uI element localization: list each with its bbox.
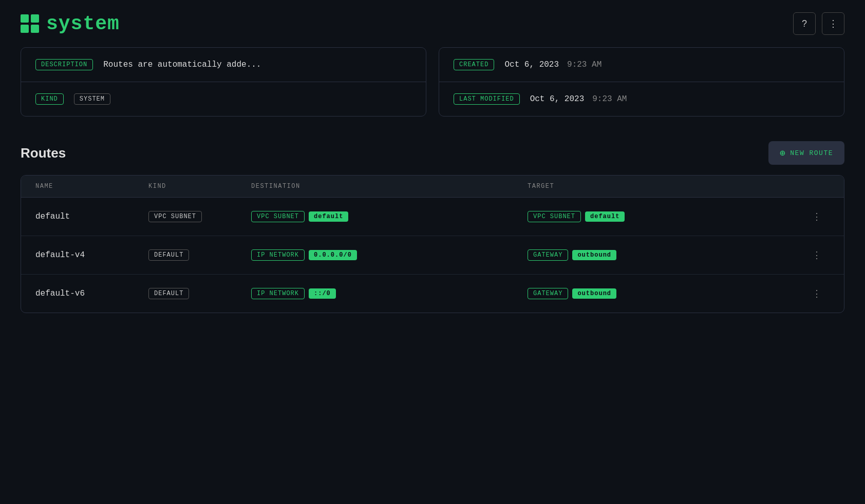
row-dest-v6: IP NETWORK ::/0 — [251, 288, 528, 299]
header: system ? ⋮ — [0, 0, 865, 47]
routes-table: NAME KIND DESTINATION TARGET default VPC… — [21, 175, 844, 313]
created-datetime: Oct 6, 2023 9:23 AM — [504, 60, 601, 69]
kind-label: KIND — [35, 93, 64, 105]
dest-type-v6: IP NETWORK — [251, 288, 305, 299]
target-type-default: VPC SUBNET — [528, 211, 581, 222]
plus-icon: ⊕ — [780, 147, 786, 159]
info-card-left: DESCRIPTION Routes are automatically add… — [21, 47, 426, 117]
row-name-v4: default-v4 — [35, 250, 148, 260]
modified-label: LAST MODIFIED — [454, 93, 520, 105]
row-kind-v4: DEFAULT — [148, 249, 251, 261]
dest-val-v6: ::/0 — [309, 288, 336, 299]
new-route-label: NEW ROUTE — [790, 149, 833, 157]
table-row: default VPC SUBNET VPC SUBNET default VP… — [21, 198, 844, 236]
table-row: default-v6 DEFAULT IP NETWORK ::/0 GATEW… — [21, 275, 844, 313]
row-menu-v4[interactable]: ⋮ — [804, 247, 830, 263]
row-menu-default[interactable]: ⋮ — [804, 209, 830, 224]
row-name-v6: default-v6 — [35, 289, 148, 298]
target-val-v6: outbound — [572, 288, 616, 299]
table-row: default-v4 DEFAULT IP NETWORK 0.0.0.0/0 … — [21, 236, 844, 275]
modified-time: 9:23 AM — [592, 94, 627, 104]
description-row: DESCRIPTION Routes are automatically add… — [21, 48, 426, 82]
info-card-right: CREATED Oct 6, 2023 9:23 AM LAST MODIFIE… — [439, 47, 844, 117]
dest-val-v4: 0.0.0.0/0 — [309, 250, 357, 260]
row-kind-default: VPC SUBNET — [148, 211, 251, 222]
app-title: system — [46, 13, 120, 35]
logo-dot-tr — [31, 14, 39, 23]
dest-type-default: VPC SUBNET — [251, 211, 305, 222]
col-target: TARGET — [528, 183, 804, 190]
kind-tag-v6: DEFAULT — [148, 288, 189, 299]
row-target-v4: GATEWAY outbound — [528, 249, 804, 261]
kind-tag-default: VPC SUBNET — [148, 211, 202, 222]
new-route-button[interactable]: ⊕ NEW ROUTE — [768, 141, 844, 165]
target-type-v6: GATEWAY — [528, 288, 568, 299]
row-name-default: default — [35, 212, 148, 221]
col-kind: KIND — [148, 183, 251, 190]
logo-dot-br — [31, 25, 39, 33]
kind-value: SYSTEM — [74, 93, 110, 105]
row-menu-v6[interactable]: ⋮ — [804, 286, 830, 301]
kind-row: KIND SYSTEM — [21, 82, 426, 116]
created-row: CREATED Oct 6, 2023 9:23 AM — [439, 48, 844, 82]
main-content: DESCRIPTION Routes are automatically add… — [0, 47, 865, 313]
logo-icon — [21, 14, 39, 33]
row-dest-default: VPC SUBNET default — [251, 211, 528, 222]
kind-tag-v4: DEFAULT — [148, 249, 189, 261]
routes-title: Routes — [21, 145, 66, 161]
col-name: NAME — [35, 183, 148, 190]
description-value: Routes are automatically adde... — [103, 60, 261, 69]
created-time: 9:23 AM — [567, 60, 601, 69]
routes-header: Routes ⊕ NEW ROUTE — [21, 141, 844, 165]
row-target-v6: GATEWAY outbound — [528, 288, 804, 299]
dest-val-default: default — [309, 211, 348, 222]
info-cards: DESCRIPTION Routes are automatically add… — [21, 47, 844, 117]
logo-dot-tl — [21, 14, 29, 23]
description-label: DESCRIPTION — [35, 59, 93, 70]
created-label: CREATED — [454, 59, 494, 70]
col-destination: DESTINATION — [251, 183, 528, 190]
header-actions: ? ⋮ — [793, 12, 844, 35]
modified-datetime: Oct 6, 2023 9:23 AM — [530, 94, 627, 104]
modified-date: Oct 6, 2023 — [530, 94, 585, 104]
table-header: NAME KIND DESTINATION TARGET — [21, 176, 844, 198]
row-target-default: VPC SUBNET default — [528, 211, 804, 222]
target-val-v4: outbound — [572, 250, 616, 260]
row-dest-v4: IP NETWORK 0.0.0.0/0 — [251, 249, 528, 261]
more-button[interactable]: ⋮ — [822, 12, 844, 35]
target-val-default: default — [585, 211, 625, 222]
col-actions — [804, 183, 830, 190]
help-button[interactable]: ? — [793, 12, 816, 35]
logo: system — [21, 13, 120, 35]
row-kind-v6: DEFAULT — [148, 288, 251, 299]
logo-dot-bl — [21, 25, 29, 33]
target-type-v4: GATEWAY — [528, 249, 568, 261]
created-date: Oct 6, 2023 — [504, 60, 559, 69]
modified-row: LAST MODIFIED Oct 6, 2023 9:23 AM — [439, 82, 844, 116]
dest-type-v4: IP NETWORK — [251, 249, 305, 261]
